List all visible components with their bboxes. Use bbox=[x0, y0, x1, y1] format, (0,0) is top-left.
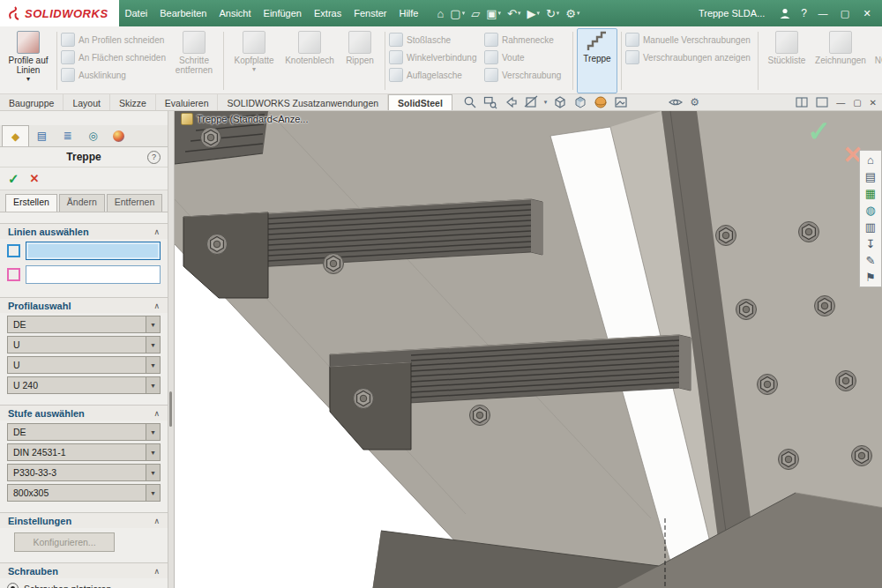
combo-arrow-icon[interactable]: ▼ bbox=[146, 485, 160, 501]
group-linien-auswaehlen[interactable]: Linien auswählen∧ bbox=[0, 223, 168, 239]
profil-norm-dropdown[interactable]: DE▼ bbox=[7, 316, 161, 333]
tab-property-manager[interactable]: ◆ bbox=[2, 125, 29, 146]
group-einstellungen[interactable]: Einstellungen∧ bbox=[0, 512, 168, 528]
new-document-icon[interactable]: ▢▾ bbox=[450, 7, 465, 20]
menu-hilfe[interactable]: Hilfe bbox=[392, 8, 424, 19]
tab-dimxpert[interactable]: ◎ bbox=[80, 125, 106, 146]
select-icon[interactable]: ▶▾ bbox=[527, 7, 540, 20]
save-icon[interactable]: ▣▾ bbox=[486, 7, 501, 20]
combo-arrow-icon[interactable]: ▼ bbox=[146, 377, 160, 393]
schritte-entfernen-button[interactable]: Schritte entfernen bbox=[168, 28, 220, 93]
tab-layout[interactable]: Layout bbox=[64, 94, 110, 110]
mode-entfernen[interactable]: Entfernen bbox=[107, 194, 163, 212]
combo-arrow-icon[interactable]: ▼ bbox=[146, 465, 160, 480]
stueckliste-button[interactable]: Stückliste bbox=[762, 28, 811, 93]
menu-extras[interactable]: Extras bbox=[308, 8, 348, 19]
group-stufe-auswaehlen[interactable]: Stufe auswählen∧ bbox=[0, 405, 168, 421]
restore-icon[interactable]: ▢ bbox=[839, 8, 851, 19]
tab-skizze[interactable]: Skizze bbox=[110, 94, 156, 110]
profile-auf-linien-button[interactable]: Profile auf Linien ▾ bbox=[4, 28, 53, 93]
winkelverbindung-button[interactable]: Winkelverbindung bbox=[389, 50, 484, 64]
graphics-viewport[interactable]: Treppe (Standard<Anze... ✓ ✕ ⌂ ▤ ▦ ◍ ▥ ↧… bbox=[175, 111, 882, 588]
radio-selected-icon[interactable] bbox=[7, 583, 19, 588]
hide-show-eye-icon[interactable] bbox=[669, 95, 683, 109]
tab-display-manager[interactable]: ≣ bbox=[55, 125, 80, 146]
help-icon[interactable]: ? bbox=[801, 7, 807, 19]
tab-evaluieren[interactable]: Evaluieren bbox=[156, 94, 219, 110]
rahmenecke-button[interactable]: Rahmenecke bbox=[484, 33, 569, 47]
combo-arrow-icon[interactable]: ▼ bbox=[146, 316, 160, 332]
scene-icon[interactable] bbox=[614, 95, 628, 109]
minimize-icon[interactable]: — bbox=[817, 8, 829, 19]
menu-einfuegen[interactable]: Einfügen bbox=[258, 8, 308, 19]
doc-minimize-icon[interactable]: — bbox=[836, 98, 845, 108]
open-icon[interactable]: ▱ bbox=[471, 7, 480, 20]
flag-icon[interactable]: ⚑ bbox=[865, 271, 876, 284]
combo-arrow-icon[interactable]: ▼ bbox=[146, 337, 160, 353]
split-pane-icon[interactable] bbox=[796, 97, 808, 108]
stosslasche-button[interactable]: Stoßlasche bbox=[389, 33, 484, 47]
nc-daten-button[interactable]: NC-Daten bbox=[870, 28, 882, 93]
home-icon[interactable]: ⌂ bbox=[867, 153, 874, 167]
3d-model[interactable] bbox=[175, 111, 882, 588]
tab-solidsteel[interactable]: SolidSteel bbox=[388, 94, 452, 110]
pm-cancel-icon[interactable]: ✕ bbox=[30, 172, 40, 185]
profil-groesse-dropdown[interactable]: U 240▼ bbox=[7, 376, 161, 394]
stufe-norm-dropdown[interactable]: DE▼ bbox=[7, 423, 161, 441]
treppe-button[interactable]: Treppe bbox=[577, 28, 617, 93]
display-style-icon[interactable] bbox=[573, 95, 587, 109]
zoom-area-icon[interactable] bbox=[483, 95, 497, 109]
line-selection-box-active[interactable] bbox=[26, 242, 161, 260]
pane-icon[interactable] bbox=[816, 97, 828, 108]
tab-configuration-manager[interactable]: ▤ bbox=[29, 125, 55, 146]
profil-reihe-dropdown[interactable]: U▼ bbox=[7, 356, 161, 374]
home-icon[interactable]: ⌂ bbox=[437, 7, 444, 20]
view-options-gear-icon[interactable]: ⚙ bbox=[690, 96, 699, 108]
tab-zusatzanwendungen[interactable]: SOLIDWORKS Zusatzanwendungen bbox=[218, 94, 388, 110]
verschraubungen-anzeigen-button[interactable]: Verschraubungen anzeigen bbox=[625, 50, 754, 64]
mode-erstellen[interactable]: Erstellen bbox=[5, 194, 57, 212]
view-orientation-cube-icon[interactable] bbox=[553, 95, 567, 109]
voute-button[interactable]: Voute bbox=[484, 50, 569, 64]
mode-aendern[interactable]: Ändern bbox=[59, 194, 105, 212]
globe-icon[interactable]: ◍ bbox=[865, 204, 875, 217]
previous-view-icon[interactable] bbox=[504, 95, 518, 109]
zeichnungen-button[interactable]: Zeichnungen bbox=[811, 28, 870, 93]
rippen-button[interactable]: Rippen bbox=[339, 28, 381, 93]
doc-restore-icon[interactable]: ▢ bbox=[853, 98, 861, 108]
doc-close-icon[interactable]: ✕ bbox=[870, 98, 877, 108]
combo-arrow-icon[interactable]: ▼ bbox=[146, 357, 160, 373]
feature-tree-item[interactable]: Treppe (Standard<Anze... bbox=[181, 113, 308, 125]
auflagelasche-button[interactable]: Auflagelasche bbox=[389, 68, 484, 82]
knotenblech-button[interactable]: Knotenblech bbox=[280, 28, 339, 93]
download-icon[interactable]: ↧ bbox=[866, 237, 876, 250]
confirmation-accept-icon[interactable]: ✓ bbox=[807, 115, 831, 148]
menu-bearbeiten[interactable]: Bearbeiten bbox=[153, 8, 213, 19]
edit-icon[interactable]: ✎ bbox=[866, 254, 876, 267]
combo-arrow-icon[interactable]: ▼ bbox=[146, 444, 160, 460]
zoom-fit-icon[interactable] bbox=[463, 95, 477, 109]
options-icon[interactable]: ⚙▾ bbox=[565, 7, 579, 20]
appearances-sphere-icon[interactable] bbox=[594, 95, 608, 109]
combo-arrow-icon[interactable]: ▼ bbox=[146, 424, 160, 440]
close-icon[interactable]: ✕ bbox=[861, 8, 873, 19]
stufe-standard-dropdown[interactable]: DIN 24531-1▼ bbox=[7, 443, 161, 461]
pm-ok-icon[interactable]: ✓ bbox=[8, 171, 19, 187]
list-icon[interactable]: ▤ bbox=[865, 170, 876, 183]
section-view-icon[interactable] bbox=[524, 95, 538, 109]
line-selection-box[interactable] bbox=[26, 265, 161, 284]
table-icon[interactable]: ▦ bbox=[865, 187, 876, 200]
rebuild-icon[interactable]: ↻▾ bbox=[546, 7, 559, 20]
group-schrauben[interactable]: Schrauben∧ bbox=[0, 562, 168, 578]
stufe-groesse-dropdown[interactable]: 800x305▼ bbox=[7, 484, 161, 502]
pm-help-icon[interactable]: ? bbox=[147, 151, 161, 164]
menu-datei[interactable]: Datei bbox=[119, 8, 154, 19]
user-account-icon[interactable] bbox=[779, 7, 791, 19]
menu-fenster[interactable]: Fenster bbox=[348, 8, 392, 19]
konfigurieren-button[interactable]: Konfigurieren... bbox=[14, 532, 115, 552]
ausklinkung-button[interactable]: Ausklinkung bbox=[61, 68, 168, 82]
panel-splitter[interactable] bbox=[168, 111, 175, 588]
stufe-typ-dropdown[interactable]: P330-33-3▼ bbox=[7, 464, 161, 481]
profil-typ-dropdown[interactable]: U▼ bbox=[7, 336, 161, 354]
undo-icon[interactable]: ↶▾ bbox=[507, 7, 520, 20]
